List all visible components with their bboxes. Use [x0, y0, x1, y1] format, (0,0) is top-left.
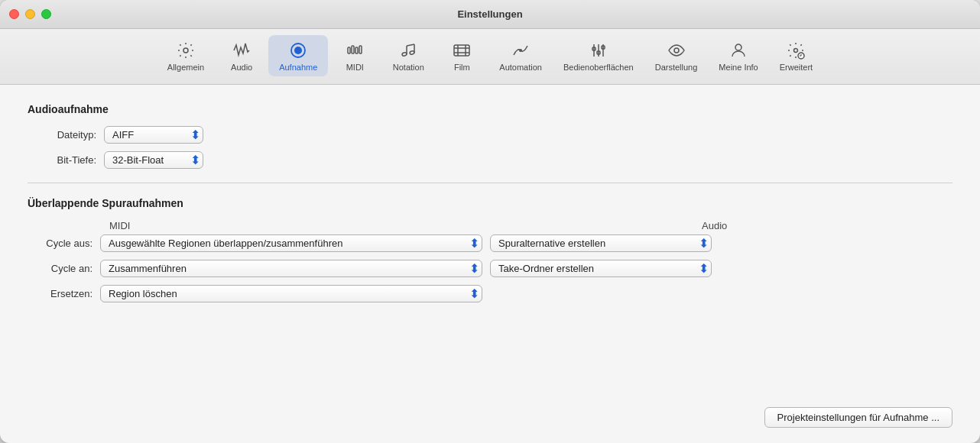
window-title: Einstellungen [457, 8, 522, 20]
dateityp-select-wrap: AIFF WAV CAF ⬍ [104, 126, 203, 144]
svg-rect-4 [352, 46, 354, 53]
cycle-an-row: Cycle an: Ausgewählte Regionen überlappe… [28, 260, 952, 277]
bottom-bar: Projekteinstellungen für Aufnahme ... [0, 399, 980, 443]
automation-icon [511, 40, 530, 61]
tab-midi[interactable]: MIDI [328, 35, 381, 76]
svg-point-25 [735, 44, 741, 50]
svg-rect-5 [355, 47, 358, 53]
audioaufnahme-title: Audioaufnahme [28, 103, 952, 115]
maximize-button[interactable] [41, 9, 51, 19]
tab-aufnahme-label: Aufnahme [279, 63, 317, 72]
ersetzen-midi-wrap: Ausgewählte Regionen überlappen/zusammen… [100, 285, 482, 302]
minimize-button[interactable] [25, 9, 35, 19]
ueberlappend-title: Überlappende Spuraufnahmen [28, 197, 952, 209]
cycle-an-audio-wrap: Spuralternative erstellen Take-Ordner er… [490, 260, 712, 277]
sliders-icon [589, 40, 608, 61]
waveform-icon [232, 40, 251, 61]
notation-icon [399, 40, 417, 61]
svg-point-2 [294, 47, 302, 54]
tab-darstellung-label: Darstellung [655, 63, 698, 72]
dateityp-label: Dateityp: [28, 129, 96, 141]
tab-meineinfo-label: Meine Info [719, 63, 758, 72]
cycle-aus-midi-select[interactable]: Ausgewählte Regionen überlappen/zusammen… [100, 234, 482, 252]
tab-aufnahme[interactable]: Aufnahme [268, 35, 328, 76]
close-button[interactable] [9, 9, 19, 19]
tab-audio-label: Audio [231, 63, 252, 72]
tab-meineinfo[interactable]: Meine Info [708, 35, 768, 76]
audioaufnahme-section: Audioaufnahme Dateityp: AIFF WAV CAF ⬍ B… [28, 103, 952, 169]
tab-film-label: Film [454, 63, 470, 72]
tab-notation-label: Notation [393, 63, 424, 72]
gear-icon [177, 40, 195, 61]
toolbar: Allgemein Audio Aufnahme [0, 29, 980, 85]
traffic-lights [9, 9, 51, 19]
cycle-aus-label: Cycle aus: [28, 238, 92, 249]
dateityp-row: Dateityp: AIFF WAV CAF ⬍ [28, 126, 952, 144]
svg-point-24 [674, 48, 679, 53]
projekt-button[interactable]: Projekteinstellungen für Aufnahme ... [764, 407, 952, 428]
bittiefe-select-wrap: 16 Bit 24 Bit 32-Bit-Float ⬍ [104, 151, 203, 169]
svg-point-17 [519, 49, 522, 52]
cycle-an-label: Cycle an: [28, 263, 92, 274]
dateityp-select[interactable]: AIFF WAV CAF [104, 126, 203, 144]
cycle-an-midi-select[interactable]: Ausgewählte Regionen überlappen/zusammen… [100, 260, 482, 277]
main-content: Audioaufnahme Dateityp: AIFF WAV CAF ⬍ B… [0, 85, 980, 399]
ersetzen-row: Ersetzen: Ausgewählte Regionen überlappe… [28, 285, 952, 302]
bittiefe-row: Bit-Tiefe: 16 Bit 24 Bit 32-Bit-Float ⬍ [28, 151, 952, 169]
tab-erweitert-label: Erweitert [780, 63, 813, 72]
record-icon [289, 40, 307, 61]
tab-bedienoberflaechen[interactable]: Bedienoberflächen [553, 35, 644, 76]
ueberlappend-section: Überlappende Spuraufnahmen MIDI Audio Cy… [28, 197, 952, 302]
tab-notation[interactable]: Notation [381, 35, 435, 76]
eye-icon [667, 40, 686, 61]
bittiefe-label: Bit-Tiefe: [28, 154, 96, 166]
cycle-aus-midi-wrap: Ausgewählte Regionen überlappen/zusammen… [100, 234, 482, 252]
tab-midi-label: MIDI [346, 63, 364, 72]
audio-col-header: Audio [693, 220, 952, 231]
section-divider [28, 183, 952, 183]
bittiefe-select[interactable]: 16 Bit 24 Bit 32-Bit-Float [104, 151, 203, 169]
tab-erweitert[interactable]: Erweitert [769, 35, 823, 76]
svg-point-26 [794, 49, 798, 53]
tab-automation[interactable]: Automation [488, 35, 553, 76]
cycle-aus-row: Cycle aus: Ausgewählte Regionen überlapp… [28, 234, 952, 252]
tab-allgemein[interactable]: Allgemein [157, 35, 215, 76]
preferences-window: Einstellungen Allgemein Audio [0, 0, 980, 443]
svg-point-0 [183, 48, 188, 53]
cycle-aus-audio-wrap: Spuralternative erstellen Take-Ordner er… [490, 234, 712, 252]
person-icon [729, 40, 748, 61]
svg-line-11 [407, 44, 414, 46]
gear2-icon [787, 40, 805, 61]
film-icon [453, 40, 471, 61]
tab-audio[interactable]: Audio [215, 35, 268, 76]
tab-bedienoberflaechen-label: Bedienoberflächen [563, 63, 634, 72]
svg-rect-3 [348, 47, 350, 53]
tab-automation-label: Automation [499, 63, 542, 72]
midi-icon [346, 40, 364, 61]
cycle-an-audio-select[interactable]: Spuralternative erstellen Take-Ordner er… [490, 260, 712, 277]
svg-rect-6 [359, 46, 362, 53]
tab-film[interactable]: Film [435, 35, 488, 76]
ersetzen-midi-select[interactable]: Ausgewählte Regionen überlappen/zusammen… [100, 285, 482, 302]
cycle-an-midi-wrap: Ausgewählte Regionen überlappen/zusammen… [100, 260, 482, 277]
tab-darstellung[interactable]: Darstellung [644, 35, 709, 76]
cycle-aus-audio-select[interactable]: Spuralternative erstellen Take-Ordner er… [490, 234, 712, 252]
titlebar: Einstellungen [0, 0, 980, 29]
midi-col-header: MIDI [100, 220, 693, 231]
col-headers: MIDI Audio [28, 220, 952, 231]
tab-allgemein-label: Allgemein [167, 63, 204, 72]
ersetzen-label: Ersetzen: [28, 288, 92, 299]
svg-rect-12 [454, 45, 469, 56]
